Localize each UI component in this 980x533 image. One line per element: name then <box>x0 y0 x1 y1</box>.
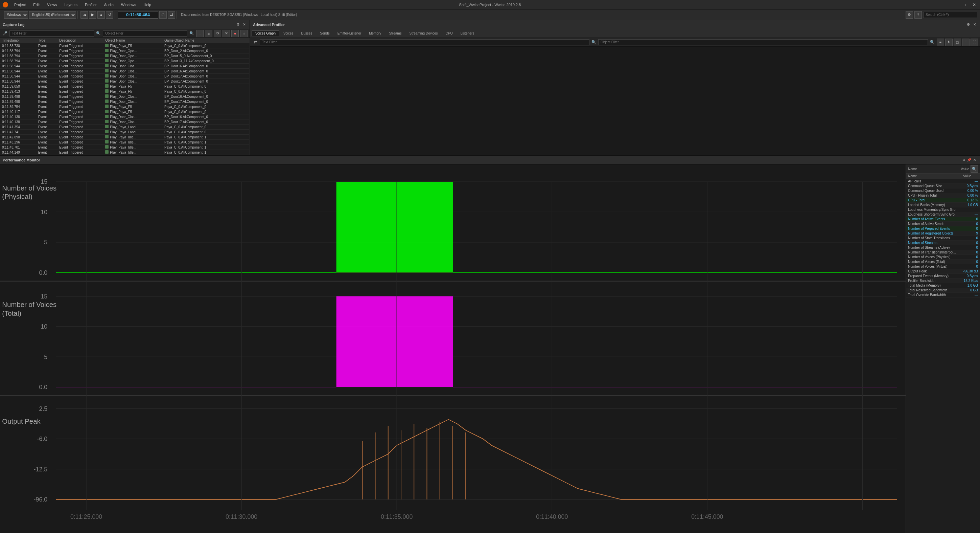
table-row[interactable]: 0:11:39.498 Event Event Triggered Play_D… <box>0 94 250 99</box>
profiler-tab-voices-graph[interactable]: Voices Graph <box>251 30 279 36</box>
table-row[interactable]: 0:11:43.296 Event Event Triggered Play_P… <box>0 140 250 145</box>
list-item[interactable]: Number of Registered Objects 9 <box>906 231 980 236</box>
capture-log-table-container[interactable]: Timestamp Type Description Object Name G… <box>0 38 250 155</box>
capture-record-btn[interactable]: ● <box>231 30 239 37</box>
table-row[interactable]: 0:11:40.138 Event Event Triggered Play_D… <box>0 114 250 120</box>
profiler-expand-btn[interactable]: □ <box>954 38 961 46</box>
profiler-object-filter[interactable] <box>598 39 928 45</box>
col-header-timestamp[interactable]: Timestamp <box>0 38 36 43</box>
filter-columns-btn[interactable]: ≡ <box>205 30 212 37</box>
table-row[interactable]: 0:11:42.890 Event Event Triggered Play_P… <box>0 135 250 140</box>
profiler-tab-memory[interactable]: Memory <box>365 30 385 36</box>
perf-pin-btn[interactable]: 📌 <box>966 157 972 163</box>
menu-layouts[interactable]: Layouts <box>61 2 81 8</box>
list-item[interactable]: Total Media (Memory) 1.0 GB <box>906 283 980 288</box>
minimize-button[interactable]: — <box>956 2 963 8</box>
list-item[interactable]: Command Queue Size 0 Bytes <box>906 184 980 188</box>
list-item[interactable]: Number of Active Events 0 <box>906 217 980 222</box>
col-header-object-name[interactable]: Object Name <box>103 38 162 43</box>
help-btn[interactable]: ? <box>915 11 922 19</box>
table-row[interactable]: 0:11:39.413 Event Event Triggered Play_P… <box>0 89 250 94</box>
list-item[interactable]: API calls — <box>906 179 980 184</box>
perf-close-btn[interactable]: ✕ <box>972 157 977 163</box>
text-filter-input[interactable] <box>10 30 94 37</box>
table-row[interactable]: 0:11:44.149 Event Event Triggered Play_P… <box>0 150 250 155</box>
table-row[interactable]: 0:11:38.944 Event Event Triggered Play_D… <box>0 79 250 84</box>
profiler-tab-voices[interactable]: Voices <box>280 30 297 36</box>
col-header-description[interactable]: Description <box>57 38 103 43</box>
close-button[interactable]: ✕ <box>971 2 977 8</box>
list-item[interactable]: Loudness Short-term/Sync Gro... — <box>906 212 980 217</box>
stats-col-value[interactable]: Value <box>961 174 980 179</box>
table-row[interactable]: 0:11:38.730 Event Event Triggered Play_P… <box>0 43 250 48</box>
list-item[interactable]: Number of Streams (Active) 0 <box>906 245 980 250</box>
language-select[interactable]: English(US) (Reference) <box>29 11 76 19</box>
filter-refresh-btn[interactable]: ↻ <box>214 30 221 37</box>
profiler-tab-streams[interactable]: Streams <box>385 30 405 36</box>
table-row[interactable]: 0:11:38.944 Event Event Triggered Play_D… <box>0 69 250 74</box>
object-filter-search-icon[interactable]: 🔍 <box>189 30 195 37</box>
list-item[interactable]: CPU - Plug-in Total 0.00 % <box>906 193 980 198</box>
table-row[interactable]: 0:11:40.117 Event Event Triggered Play_P… <box>0 109 250 114</box>
list-item[interactable]: Number of Streams 0 <box>906 241 980 245</box>
profiler-tab-emitter-listener[interactable]: Emitter-Listener <box>334 30 365 36</box>
list-item[interactable]: Total Reserved Bandwidth 0 GB <box>906 288 980 293</box>
col-header-game-object[interactable]: Game Object Name <box>162 38 250 43</box>
table-row[interactable]: 0:11:38.794 Event Event Triggered Play_D… <box>0 53 250 59</box>
time-icon-btn[interactable]: ⏱ <box>159 11 167 19</box>
table-row[interactable]: 0:11:39.498 Event Event Triggered Play_D… <box>0 99 250 104</box>
adv-prof-settings-btn[interactable]: ⚙ <box>966 22 971 27</box>
list-item[interactable]: Loaded Banks (Memory) 1.0 GB <box>906 203 980 207</box>
list-item[interactable]: Number of Voices (Total) 0 <box>906 260 980 264</box>
profiler-refresh-btn[interactable]: ↻ <box>945 38 953 46</box>
table-row[interactable]: 0:11:38.794 Event Event Triggered Play_D… <box>0 59 250 64</box>
capture-scroll-btn[interactable]: ↧ <box>240 30 248 37</box>
profiler-tab-listeners[interactable]: Listeners <box>457 30 478 36</box>
profiler-tab-streaming-devices[interactable]: Streaming Devices <box>406 30 442 36</box>
table-row[interactable]: 0:11:38.944 Event Event Triggered Play_D… <box>0 74 250 79</box>
menu-windows[interactable]: Windows <box>118 2 140 8</box>
menu-help[interactable]: Help <box>140 2 155 8</box>
table-row[interactable]: 0:11:41.354 Event Event Triggered Play_P… <box>0 124 250 129</box>
table-row[interactable]: 0:11:43.701 Event Event Triggered Play_P… <box>0 145 250 150</box>
stats-search-btn[interactable]: 🔍 <box>970 165 978 172</box>
list-item[interactable]: Profiler Bandwidth 15.2 Kb/s <box>906 279 980 283</box>
profiler-tab-busses[interactable]: Busses <box>298 30 316 36</box>
list-item[interactable]: Number of Voices (Physical) 0 <box>906 255 980 260</box>
table-row[interactable]: 0:11:39.050 Event Event Triggered Play_P… <box>0 84 250 89</box>
adv-prof-close-btn[interactable]: ✕ <box>972 22 977 27</box>
list-item[interactable]: Loudness Momentary/Sync Gro... — <box>906 207 980 212</box>
filter-clear-btn[interactable]: ✕ <box>223 30 230 37</box>
capture-log-close-btn[interactable]: ✕ <box>242 22 247 27</box>
list-item[interactable]: Total Override Bandwidth — <box>906 293 980 297</box>
profiler-object-search-icon[interactable]: 🔍 <box>929 39 935 45</box>
workspace-select[interactable]: Windows <box>4 11 28 19</box>
list-item[interactable]: Number of Voices (Virtual) 0 <box>906 264 980 269</box>
profiler-sync-icon[interactable]: ⇄ <box>252 39 258 45</box>
profiler-columns-btn[interactable]: ≡ <box>937 38 944 46</box>
menu-edit[interactable]: Edit <box>30 2 43 8</box>
profiler-text-filter[interactable] <box>260 39 589 45</box>
profiler-tab-cpu[interactable]: CPU <box>442 30 457 36</box>
col-header-type[interactable]: Type <box>36 38 57 43</box>
list-item[interactable]: Number of State Transitions 0 <box>906 236 980 241</box>
filter-options-btn[interactable]: ⋮ <box>196 30 204 37</box>
list-item[interactable]: Prepared Events (Memory) 0 Bytes <box>906 274 980 279</box>
list-item[interactable]: Command Queue Used 0.00 % <box>906 188 980 193</box>
search-icon[interactable]: 🔍 <box>95 30 102 37</box>
sync-btn[interactable]: ⇄ <box>168 11 175 19</box>
capture-log-settings-btn[interactable]: ⚙ <box>235 22 240 27</box>
list-item[interactable]: Number of Active Sends 0 <box>906 222 980 227</box>
table-row[interactable]: 0:11:38.794 Event Event Triggered Play_D… <box>0 48 250 53</box>
perf-settings-btn[interactable]: ⚙ <box>961 157 966 163</box>
list-item[interactable]: Number of Prepared Events 0 <box>906 227 980 231</box>
profiler-tab-sends[interactable]: Sends <box>316 30 333 36</box>
maximize-button[interactable]: □ <box>964 2 970 8</box>
menu-views[interactable]: Views <box>44 2 60 8</box>
stats-col-name[interactable]: Name <box>906 174 961 179</box>
list-item[interactable]: CPU - Total 0.12 % <box>906 198 980 203</box>
list-item[interactable]: Output Peak -96.30 dB <box>906 269 980 274</box>
list-item[interactable]: Number of Transitions/Interpol... 0 <box>906 250 980 255</box>
menu-project[interactable]: Project <box>11 2 29 8</box>
table-row[interactable]: 0:11:38.944 Event Event Triggered Play_D… <box>0 64 250 69</box>
